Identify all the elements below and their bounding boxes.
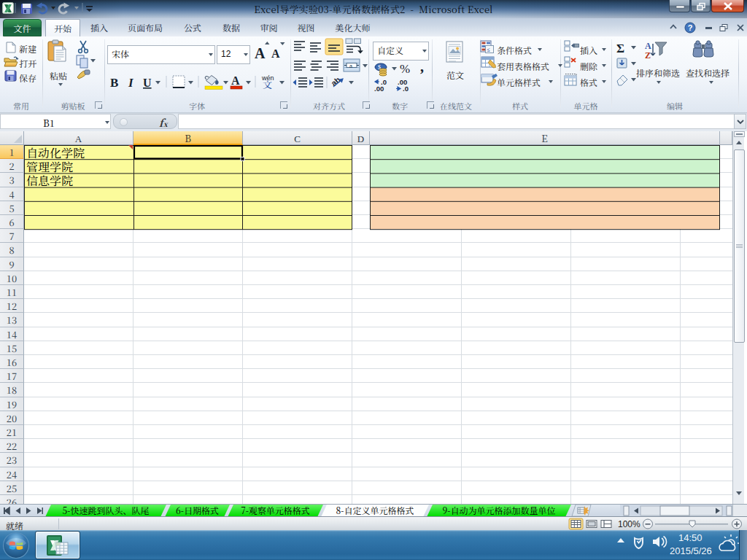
svg-text:Σ: Σ [616, 42, 624, 55]
svg-text:.00: .00 [374, 85, 384, 93]
svg-text:U: U [143, 77, 152, 89]
svg-text:A: A [255, 45, 266, 61]
svg-text:A: A [645, 41, 651, 51]
svg-text:,: , [420, 58, 424, 74]
svg-text:100%: 100% [618, 519, 640, 529]
svg-text:2015/5/26: 2015/5/26 [670, 545, 712, 556]
svg-text:a: a [349, 63, 352, 69]
svg-text:B: B [110, 76, 118, 90]
svg-text:Z: Z [645, 50, 651, 61]
svg-text:%: % [400, 62, 410, 76]
svg-text:文: 文 [263, 77, 272, 91]
svg-text:14:50: 14:50 [678, 532, 703, 543]
svg-text:≤: ≤ [487, 47, 490, 53]
svg-text:I: I [128, 76, 134, 90]
svg-text:?: ? [688, 23, 693, 32]
svg-text:A: A [271, 47, 280, 60]
svg-text:A: A [231, 74, 240, 87]
svg-text:.0: .0 [403, 85, 409, 93]
